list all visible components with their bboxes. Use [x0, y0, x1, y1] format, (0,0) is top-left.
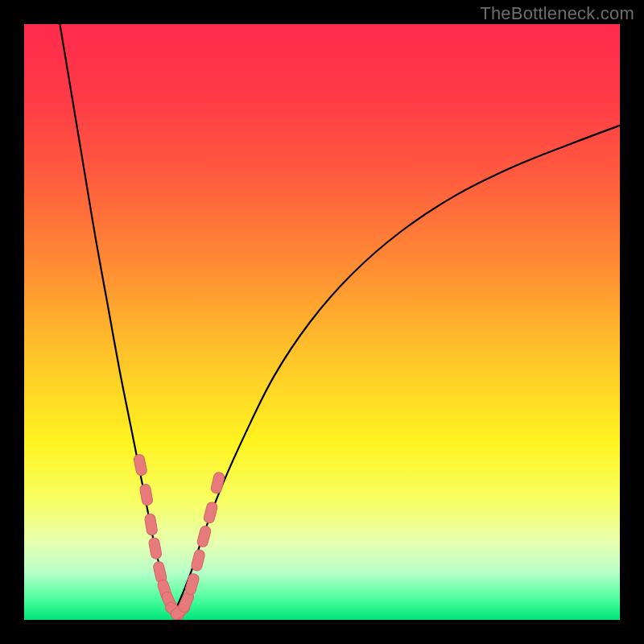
marker-lozenge	[210, 472, 225, 494]
marker-lozenge	[133, 454, 147, 477]
plot-area	[24, 24, 620, 620]
marker-lozenge	[196, 525, 212, 547]
marker-group	[133, 454, 225, 620]
outer-frame: TheBottleneck.com	[0, 0, 644, 644]
watermark-text: TheBottleneck.com	[480, 3, 634, 24]
marker-lozenge	[144, 514, 158, 536]
marker-lozenge	[184, 572, 200, 596]
curve-right-branch	[173, 126, 620, 614]
marker-lozenge	[203, 502, 218, 524]
marker-lozenge	[148, 537, 163, 559]
chart-svg	[24, 24, 620, 620]
marker-lozenge	[191, 549, 206, 572]
marker-lozenge	[139, 484, 153, 506]
